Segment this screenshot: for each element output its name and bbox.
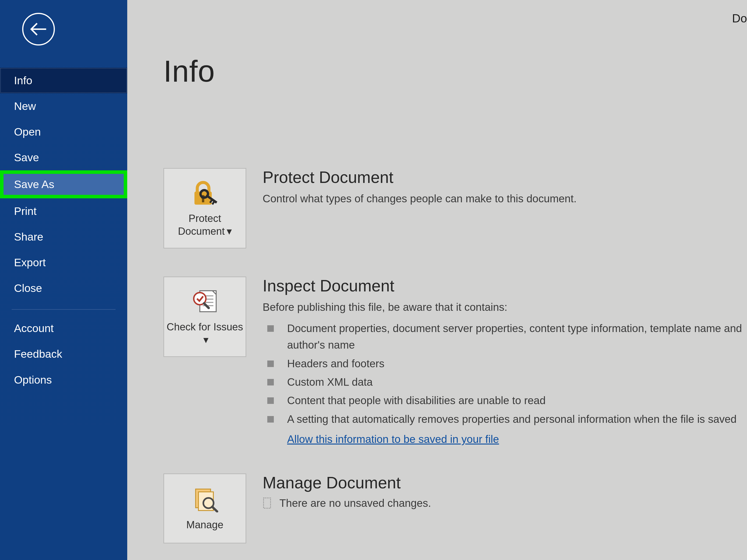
manage-body: Manage Document There are no unsaved cha… — [263, 474, 747, 509]
sidebar: Info New Open Save Save As Print Share E… — [0, 0, 127, 560]
list-item: Headers and footers — [263, 355, 742, 372]
back-arrow-icon — [29, 20, 48, 38]
sidebar-divider — [12, 309, 115, 310]
tile-label: Manage — [186, 518, 224, 531]
manage-heading: Manage Document — [263, 474, 742, 492]
document-outline-icon — [263, 497, 273, 509]
inspect-heading: Inspect Document — [263, 276, 742, 295]
tile-label-text: Protect Document — [178, 213, 225, 237]
sidebar-item-print[interactable]: Print — [0, 198, 127, 224]
manage-document-tile[interactable]: Manage — [163, 474, 246, 543]
sidebar-item-share[interactable]: Share — [0, 224, 127, 250]
chevron-down-icon: ▾ — [203, 333, 208, 346]
sidebar-item-open[interactable]: Open — [0, 119, 127, 145]
manage-status-text: There are no unsaved changes. — [279, 497, 431, 509]
protect-desc: Control what types of changes people can… — [263, 191, 742, 206]
sidebar-nav: Info New Open Save Save As Print Share E… — [0, 68, 127, 393]
page-title: Info — [163, 54, 747, 89]
document-title-fragment: Do — [732, 12, 747, 25]
document-check-magnifier-icon — [189, 289, 221, 315]
tile-label: Check for Issues▾ — [166, 320, 243, 346]
list-item: Document properties, document server pro… — [263, 320, 742, 353]
list-item: Content that people with disabilities ar… — [263, 392, 742, 409]
section-inspect: Check for Issues▾ Inspect Document Befor… — [163, 276, 747, 446]
documents-magnifier-icon — [189, 487, 221, 512]
protect-body: Protect Document Control what types of c… — [263, 168, 747, 206]
check-for-issues-tile[interactable]: Check for Issues▾ — [163, 276, 246, 357]
main-panel: Do Info — [127, 0, 747, 560]
sidebar-item-account[interactable]: Account — [0, 316, 127, 341]
svg-rect-19 — [263, 498, 271, 508]
sidebar-item-info[interactable]: Info — [0, 68, 127, 93]
back-button[interactable] — [22, 13, 55, 46]
inspect-desc: Before publishing this file, be aware th… — [263, 300, 742, 314]
tile-label-text: Check for Issues — [167, 321, 243, 332]
sidebar-item-save-as[interactable]: Save As — [3, 174, 124, 195]
lock-key-icon — [190, 180, 220, 206]
tutorial-highlight: Save As — [0, 170, 127, 198]
sidebar-item-export[interactable]: Export — [0, 250, 127, 275]
tile-label-text: Manage — [186, 519, 224, 530]
protect-heading: Protect Document — [263, 168, 742, 187]
section-manage: Manage Manage Document There are no unsa… — [163, 474, 747, 543]
sidebar-item-new[interactable]: New — [0, 93, 127, 119]
protect-document-tile[interactable]: Protect Document▾ — [163, 168, 246, 248]
sidebar-item-feedback[interactable]: Feedback — [0, 341, 127, 367]
sidebar-item-options[interactable]: Options — [0, 367, 127, 393]
list-item: A setting that automatically removes pro… — [263, 411, 742, 427]
tile-label: Protect Document▾ — [166, 212, 243, 238]
sidebar-item-save[interactable]: Save — [0, 145, 127, 170]
sidebar-item-close[interactable]: Close — [0, 275, 127, 301]
allow-info-link[interactable]: Allow this information to be saved in yo… — [287, 433, 499, 446]
manage-status-row: There are no unsaved changes. — [263, 497, 742, 509]
section-protect: Protect Document▾ Protect Document Contr… — [163, 168, 747, 248]
chevron-down-icon: ▾ — [227, 225, 232, 238]
info-sections: Protect Document▾ Protect Document Contr… — [163, 168, 747, 543]
backstage-view: Info New Open Save Save As Print Share E… — [0, 0, 747, 560]
inspect-body: Inspect Document Before publishing this … — [263, 276, 747, 446]
list-item: Custom XML data — [263, 374, 742, 390]
inspect-bullet-list: Document properties, document server pro… — [263, 320, 742, 427]
